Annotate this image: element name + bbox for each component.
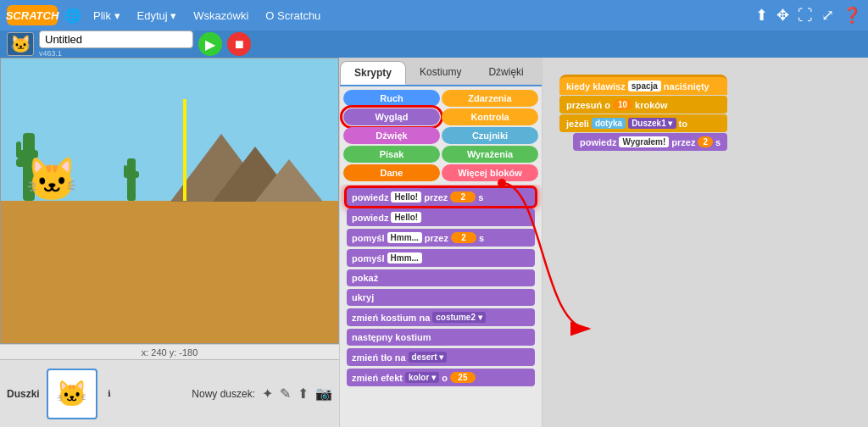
block-label: pomyśl: [352, 233, 385, 243]
sprite-thumb-cat[interactable]: 🐱: [47, 369, 97, 419]
block-dropdown-costume[interactable]: costume2 ▾: [432, 312, 485, 323]
tab-skrypty[interactable]: Skrypty: [340, 61, 406, 85]
yellow-pole: [183, 99, 186, 201]
stage: 🐱: [0, 58, 339, 344]
menu-edytuj[interactable]: Edytuj ▾: [132, 8, 182, 24]
cb-label: powiedz: [580, 137, 616, 147]
cb-input-steps[interactable]: 10: [613, 99, 632, 110]
upload-icon[interactable]: ⬆: [755, 6, 768, 25]
new-sprite-edit-icon[interactable]: ✎: [280, 385, 291, 402]
cat-ruch[interactable]: Ruch: [343, 90, 440, 107]
block-unit: s: [479, 233, 484, 243]
cb-event-keypress[interactable]: kiedy klawisz spacja naciśnięty: [559, 75, 727, 95]
help-icon[interactable]: ❓: [843, 6, 861, 25]
stage-area: 🐱 x: 240 y: -180 Duszki 🐱 ℹ Nowy duszek:…: [0, 58, 339, 427]
tab-dzwieki[interactable]: Dźwięki: [475, 61, 537, 85]
block-label: zmień tło na: [352, 352, 406, 363]
duszki-label: Duszki: [7, 388, 40, 400]
cat-pisak[interactable]: Pisak: [343, 146, 440, 163]
cat-kontrola[interactable]: Kontrola: [442, 108, 538, 125]
new-sprite-paint-icon[interactable]: ✦: [262, 385, 273, 402]
cat-dzwiek[interactable]: Dźwięk: [343, 127, 440, 144]
fullscreen-icon[interactable]: ⛶: [798, 7, 813, 25]
block-powiedz[interactable]: powiedz Hello!: [347, 208, 535, 226]
nowy-duszek-label: Nowy duszek:: [192, 388, 255, 400]
top-icons: ⬆ ✥ ⛶ ⤢ ❓: [755, 6, 861, 25]
block-label: pomyśl: [352, 253, 385, 263]
block-mid: o: [442, 373, 448, 383]
cat-wiecej[interactable]: Więcej bloków: [442, 164, 538, 181]
block-mid: przez: [424, 192, 448, 202]
block-unit: s: [478, 192, 483, 202]
block-mid: przez: [425, 233, 448, 243]
block-zmien-efekt[interactable]: zmień efekt kolor ▾ o 25: [347, 369, 535, 386]
block-label: zmień kostium na: [352, 313, 430, 323]
cat-dane[interactable]: Dane: [343, 164, 440, 181]
block-nastepny-kostium[interactable]: następny kostium: [347, 329, 535, 346]
block-label: pokaż: [352, 273, 378, 283]
cat-wyglad[interactable]: Wygląd: [343, 108, 440, 125]
block-input-efekt-val[interactable]: 25: [450, 372, 476, 383]
block-input-hello2[interactable]: Hello!: [391, 212, 421, 223]
cat-wyrazenia[interactable]: Wyrażenia: [442, 146, 538, 163]
categories-grid: Ruch Zdarzenia Wygląd Kontrola Dźwięk Cz…: [340, 86, 542, 185]
cb-input-2c[interactable]: 2: [698, 136, 713, 147]
block-pokaz[interactable]: pokaż: [347, 269, 535, 286]
cb-input-winner[interactable]: Wygrałem!: [619, 136, 669, 147]
mountain3: [255, 159, 323, 202]
cat-zdarzenia[interactable]: Zdarzenia: [442, 90, 538, 107]
block-powiedz-przez[interactable]: powiedz Hello! przez 2 s: [347, 188, 535, 206]
cb-label: przesuń o: [566, 100, 610, 110]
block-pomysl-przez[interactable]: pomyśl Hmm... przez 2 s: [347, 229, 535, 247]
cb-move-steps[interactable]: przesuń o 10 kroków: [559, 96, 727, 114]
cb-say-winner[interactable]: powiedz Wygrałem! przez 2 s: [573, 133, 727, 151]
embed-icon[interactable]: ⤢: [821, 6, 834, 25]
block-label: zmień efekt: [352, 373, 403, 383]
new-sprite-upload-icon[interactable]: ⬆: [298, 385, 309, 402]
stop-button[interactable]: ⏹: [227, 32, 251, 56]
cat-czujniki[interactable]: Czujniki: [442, 127, 538, 144]
cb-if-touching[interactable]: jeżeli dotyka Duszek1 ▾ to: [559, 114, 727, 132]
cb-sensor-touching[interactable]: dotyka: [592, 118, 626, 129]
block-pomysl[interactable]: pomyśl Hmm...: [347, 249, 535, 267]
main-area: 🐱 x: 240 y: -180 Duszki 🐱 ℹ Nowy duszek:…: [0, 58, 868, 427]
block-dropdown-efekt[interactable]: kolor ▾: [405, 372, 439, 383]
block-input-2b[interactable]: 2: [451, 232, 476, 243]
block-zmien-tlo[interactable]: zmień tło na desert ▾: [347, 348, 535, 366]
cb-label2: to: [679, 119, 687, 129]
block-input-2[interactable]: 2: [450, 191, 476, 202]
project-name-input[interactable]: [39, 30, 193, 48]
cb-label: kiedy klawisz: [566, 81, 626, 92]
cactus-right: [124, 158, 136, 201]
block-input-hello[interactable]: Hello!: [391, 191, 421, 202]
code-blocks-group1: kiedy klawisz spacja naciśnięty przesuń …: [559, 75, 727, 152]
block-input-hmm2[interactable]: Hmm...: [387, 252, 422, 263]
new-sprite-camera-icon[interactable]: 📷: [315, 385, 332, 402]
green-flag-button[interactable]: ▶: [198, 32, 222, 56]
sprite-info-icon[interactable]: ℹ: [108, 389, 111, 398]
block-dropdown-bg[interactable]: desert ▾: [409, 352, 448, 363]
block-label: następny kostium: [352, 332, 431, 342]
menu-oscratchu[interactable]: O Scratchu: [260, 8, 326, 24]
code-area: kiedy klawisz spacja naciśnięty przesuń …: [542, 58, 868, 427]
stage-coords: x: 240 y: -180: [0, 344, 339, 359]
menu-wskazowki[interactable]: Wskazówki: [188, 8, 253, 24]
move-icon[interactable]: ✥: [776, 6, 789, 25]
cb-label2: kroków: [635, 100, 668, 110]
block-label: powiedz: [352, 192, 388, 202]
cb-mid: przez: [671, 137, 695, 147]
menu-plik[interactable]: Plik ▾: [88, 8, 125, 24]
block-zmien-kostium[interactable]: zmień kostium na costume2 ▾: [347, 308, 535, 326]
tabs-bar: Skrypty Kostiumy Dźwięki: [340, 58, 542, 86]
version-label: v463.1: [39, 49, 193, 58]
cb-input-spacja[interactable]: spacja: [628, 80, 661, 92]
block-input-hmm[interactable]: Hmm...: [387, 232, 422, 243]
globe-icon[interactable]: 🌐: [64, 8, 81, 24]
cb-dropdown-duszek[interactable]: Duszek1 ▾: [628, 118, 676, 129]
scratch-logo: SCRATCH: [7, 5, 58, 25]
block-ukryj[interactable]: ukryj: [347, 289, 535, 306]
sprite-thumbnail-small: 🐱: [7, 32, 34, 56]
tab-kostiumy[interactable]: Kostiumy: [406, 61, 475, 85]
ground-bg: [1, 201, 338, 343]
block-label: powiedz: [352, 213, 388, 223]
